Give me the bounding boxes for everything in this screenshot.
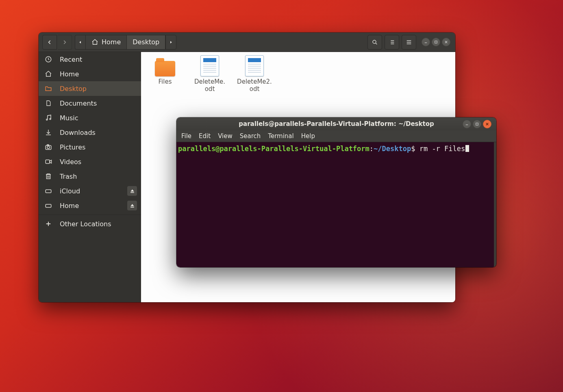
camera-icon — [44, 143, 52, 151]
chevron-left-icon — [47, 39, 52, 45]
sidebar-item-label: Videos — [60, 158, 81, 166]
svg-rect-33 — [46, 204, 51, 208]
view-toggle-button[interactable] — [385, 35, 399, 50]
drive-icon — [44, 202, 52, 209]
nav-forward-button[interactable] — [58, 35, 72, 50]
breadcrumb-current[interactable]: Desktop — [126, 35, 165, 50]
search-button[interactable] — [367, 35, 382, 50]
sidebar-item-home[interactable]: Home — [39, 198, 141, 213]
file-item-deleteme-odt[interactable]: DeleteMe. odt — [191, 56, 228, 93]
home-icon — [44, 70, 52, 78]
terminal-output[interactable]: parallels@parallels-Parallels-Virtual-Pl… — [176, 142, 496, 267]
triangle-left-icon — [78, 40, 82, 45]
folder-icon — [44, 85, 52, 92]
file-item-deleteme2-odt[interactable]: DeleteMe2. odt — [236, 56, 273, 93]
sidebar-item-label: Home — [60, 202, 79, 210]
svg-point-22 — [47, 146, 50, 149]
sidebar-item-label: Documents — [60, 100, 97, 107]
drive-icon — [44, 187, 52, 195]
breadcrumb-prev-button[interactable] — [75, 35, 85, 50]
file-label: DeleteMe. odt — [194, 78, 225, 93]
sidebar-item-downloads[interactable]: Downloads — [39, 125, 141, 140]
file-label: DeleteMe2. odt — [237, 78, 272, 93]
minimize-button[interactable] — [422, 38, 430, 46]
svg-rect-24 — [46, 160, 50, 164]
terminal-maximize-button[interactable] — [473, 120, 481, 128]
music-icon — [44, 114, 52, 121]
breadcrumb-home[interactable]: Home — [85, 35, 126, 50]
trash-icon — [44, 173, 52, 180]
close-button[interactable] — [442, 38, 450, 46]
sidebar-item-desktop[interactable]: Desktop — [39, 81, 141, 96]
hamburger-menu-button[interactable] — [402, 35, 416, 50]
sidebar-item-videos[interactable]: Videos — [39, 154, 141, 169]
terminal-close-button[interactable] — [483, 120, 491, 128]
svg-rect-14 — [435, 41, 437, 43]
sidebar-item-other-locations[interactable]: Other Locations — [39, 217, 141, 231]
download-icon — [44, 129, 52, 136]
folder-icon — [155, 61, 175, 76]
eject-button[interactable] — [127, 186, 137, 196]
svg-rect-26 — [47, 175, 50, 179]
sidebar-item-pictures[interactable]: Pictures — [39, 140, 141, 154]
maximize-button[interactable] — [432, 38, 440, 46]
eject-button[interactable] — [127, 201, 137, 210]
sidebar-item-label: iCloud — [60, 187, 80, 195]
svg-marker-1 — [170, 41, 172, 43]
prompt-dollar: $ — [411, 145, 415, 153]
terminal-menubar: FileEditViewSearchTerminalHelp — [176, 130, 496, 142]
terminal-window: parallels@parallels-Parallels-Virtual-Pl… — [176, 117, 496, 267]
minimize-icon — [465, 122, 469, 126]
svg-line-3 — [376, 43, 377, 44]
sidebar-item-label: Recent — [60, 56, 82, 63]
terminal-titlebar[interactable]: parallels@parallels-Parallels-Virtual-Pl… — [176, 117, 496, 130]
plus-icon — [44, 220, 52, 227]
sidebar-item-label: Home — [60, 70, 79, 78]
prompt-userhost: parallels@parallels-Parallels-Virtual-Pl… — [178, 145, 370, 153]
svg-rect-23 — [47, 145, 49, 145]
sidebar-item-trash[interactable]: Trash — [39, 169, 141, 184]
menu-view[interactable]: View — [218, 132, 233, 140]
maximize-icon — [475, 122, 479, 126]
command-text: rm -r Files — [415, 145, 465, 153]
sidebar-item-documents[interactable]: Documents — [39, 96, 141, 110]
svg-rect-36 — [130, 207, 134, 208]
menu-search[interactable]: Search — [240, 132, 261, 140]
svg-marker-35 — [130, 204, 134, 206]
prompt-colon: : — [370, 145, 374, 153]
menu-help[interactable]: Help — [301, 132, 315, 140]
terminal-minimize-button[interactable] — [463, 120, 471, 128]
clock-icon — [44, 56, 52, 63]
document-icon — [200, 55, 219, 76]
sidebar-item-label: Trash — [60, 173, 77, 180]
menu-file[interactable]: File — [181, 132, 191, 140]
home-icon — [91, 39, 98, 45]
breadcrumb: Home Desktop — [75, 35, 176, 50]
sidebar-item-label: Downloads — [60, 129, 96, 136]
svg-point-19 — [50, 119, 51, 120]
nav-back-button[interactable] — [42, 35, 57, 50]
sidebar: RecentHomeDesktopDocumentsMusicDownloads… — [39, 52, 141, 302]
minimize-icon — [424, 40, 428, 44]
svg-marker-25 — [50, 160, 52, 163]
file-item-files[interactable]: Files — [147, 56, 183, 85]
breadcrumb-next-button[interactable] — [165, 35, 176, 50]
maximize-icon — [434, 40, 438, 44]
sidebar-item-icloud[interactable]: iCloud — [39, 184, 141, 198]
close-icon — [485, 122, 489, 126]
svg-point-18 — [46, 119, 48, 120]
search-icon — [372, 39, 378, 45]
sidebar-item-music[interactable]: Music — [39, 110, 141, 125]
menu-edit[interactable]: Edit — [199, 132, 211, 140]
sidebar-item-recent[interactable]: Recent — [39, 52, 141, 67]
sidebar-item-home[interactable]: Home — [39, 67, 141, 81]
svg-rect-29 — [46, 190, 51, 193]
sidebar-item-label: Other Locations — [60, 220, 111, 228]
menu-terminal[interactable]: Terminal — [268, 132, 293, 140]
file-label: Files — [159, 78, 172, 85]
files-headerbar: Home Desktop — [39, 32, 455, 52]
svg-rect-32 — [130, 192, 134, 193]
document-icon — [44, 100, 52, 107]
triangle-right-icon — [169, 40, 173, 45]
prompt-path: ~/Desktop — [374, 145, 411, 153]
